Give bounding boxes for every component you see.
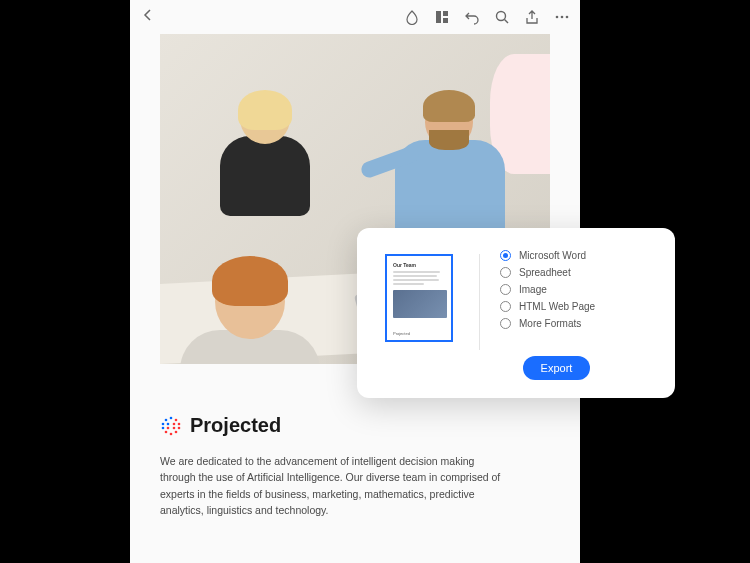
thumbnail-area: Our Team Projected <box>385 248 463 380</box>
search-icon[interactable] <box>494 9 510 25</box>
radio-label: Microsoft Word <box>519 250 586 261</box>
thumbnail-title: Our Team <box>393 262 445 268</box>
brand-name: Projected <box>190 414 281 437</box>
export-options: Microsoft Word Spreadheet Image HTML Web… <box>500 248 653 380</box>
radio-icon <box>500 267 511 278</box>
radio-label: Spreadheet <box>519 267 571 278</box>
svg-point-20 <box>170 432 173 435</box>
brand-section: Projected <box>160 414 550 437</box>
fill-icon[interactable] <box>404 9 420 25</box>
document-thumbnail[interactable]: Our Team Projected <box>385 254 453 342</box>
export-panel: Our Team Projected Microsoft Word Spread… <box>357 228 675 398</box>
undo-icon[interactable] <box>464 9 480 25</box>
radio-icon <box>500 284 511 295</box>
radio-label: Image <box>519 284 547 295</box>
radio-icon <box>500 250 511 261</box>
svg-point-12 <box>173 422 176 425</box>
svg-point-6 <box>566 16 569 19</box>
toolbar <box>130 0 580 34</box>
svg-point-10 <box>162 422 165 425</box>
export-button[interactable]: Export <box>523 356 591 380</box>
brand-logo-icon <box>160 415 182 437</box>
format-option-html[interactable]: HTML Web Page <box>500 301 653 312</box>
share-icon[interactable] <box>524 9 540 25</box>
radio-icon <box>500 318 511 329</box>
svg-point-7 <box>170 416 173 419</box>
svg-rect-1 <box>443 11 448 16</box>
svg-point-16 <box>173 426 176 429</box>
svg-point-15 <box>167 426 170 429</box>
svg-point-9 <box>175 418 178 421</box>
svg-point-11 <box>167 422 170 425</box>
divider <box>479 254 480 350</box>
svg-point-3 <box>497 12 506 21</box>
format-option-more[interactable]: More Formats <box>500 318 653 329</box>
svg-point-14 <box>162 426 165 429</box>
svg-point-5 <box>561 16 564 19</box>
radio-label: HTML Web Page <box>519 301 595 312</box>
svg-point-19 <box>175 430 178 433</box>
svg-point-8 <box>165 418 168 421</box>
radio-label: More Formats <box>519 318 581 329</box>
svg-point-4 <box>556 16 559 19</box>
thumbnail-footer: Projected <box>393 331 410 336</box>
panel-icon[interactable] <box>434 9 450 25</box>
svg-point-13 <box>178 422 181 425</box>
format-option-image[interactable]: Image <box>500 284 653 295</box>
svg-point-18 <box>165 430 168 433</box>
svg-point-17 <box>178 426 181 429</box>
radio-icon <box>500 301 511 312</box>
format-option-spreadsheet[interactable]: Spreadheet <box>500 267 653 278</box>
svg-rect-0 <box>436 11 441 23</box>
body-text: We are dedicated to the advancement of i… <box>160 453 510 518</box>
back-icon[interactable] <box>140 7 156 23</box>
svg-rect-2 <box>443 18 448 23</box>
format-radio-list: Microsoft Word Spreadheet Image HTML Web… <box>500 248 653 329</box>
more-icon[interactable] <box>554 9 570 25</box>
format-option-word[interactable]: Microsoft Word <box>500 250 653 261</box>
